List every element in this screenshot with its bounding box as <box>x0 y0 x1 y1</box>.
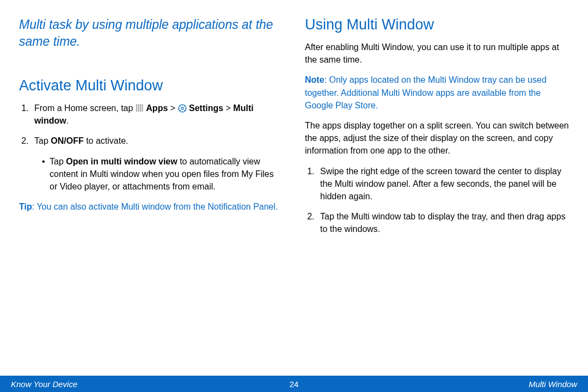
using-para2: The apps display together on a split scr… <box>305 119 569 157</box>
svg-point-9 <box>138 108 139 110</box>
using-para1: After enabling Multi Window, you can use… <box>305 41 569 66</box>
step2-post: to activate. <box>84 136 128 145</box>
onoff-label: ON/OFF <box>51 136 83 145</box>
footer-page-number: 24 <box>290 379 299 389</box>
note-text: : Only apps located on the Multi Window … <box>305 75 547 109</box>
gt1: > <box>168 103 177 113</box>
step2-bullets: Tap Open in multi window view to automat… <box>34 155 283 193</box>
svg-point-15 <box>142 110 143 112</box>
svg-point-4 <box>136 106 138 108</box>
activate-steps: From a Home screen, tap Apps > Settings … <box>19 102 283 193</box>
svg-point-0 <box>136 105 138 106</box>
settings-gear-icon <box>178 103 187 112</box>
svg-point-17 <box>181 107 183 109</box>
using-step-1: Swipe the right edge of the screen towar… <box>317 165 569 203</box>
note-block: Note: Only apps located on the Multi Win… <box>305 74 569 112</box>
svg-line-23 <box>184 111 185 112</box>
using-step-2: Tap the Multi window tab to display the … <box>317 210 569 235</box>
svg-point-5 <box>138 106 139 108</box>
gt2: > <box>223 103 233 113</box>
tip-block: Tip: You can also activate Multi window … <box>19 200 283 213</box>
using-steps: Swipe the right edge of the screen towar… <box>305 165 569 236</box>
heading-using: Using Multi Window <box>305 16 569 33</box>
heading-activate: Activate Multi Window <box>19 77 283 94</box>
bullet-bold: Open in multi window view <box>66 157 177 166</box>
step-2: Tap ON/OFF to activate. Tap Open in mult… <box>31 134 283 193</box>
apps-label: Apps <box>146 103 168 113</box>
svg-point-10 <box>140 108 142 110</box>
footer-right: Multi Window <box>529 379 577 389</box>
svg-line-24 <box>180 111 181 112</box>
svg-line-25 <box>184 106 185 107</box>
page-content: Multi task by using multiple application… <box>0 0 588 392</box>
svg-point-14 <box>140 110 142 112</box>
svg-point-8 <box>136 108 138 110</box>
svg-point-13 <box>138 110 139 112</box>
step2-pre: Tap <box>34 136 51 145</box>
svg-point-7 <box>142 106 143 108</box>
svg-point-1 <box>138 105 139 106</box>
intro-text: Multi task by using multiple application… <box>19 16 283 50</box>
tip-label: Tip <box>19 202 32 211</box>
footer-left: Know Your Device <box>11 379 77 389</box>
svg-point-2 <box>140 105 142 106</box>
svg-point-6 <box>140 106 142 108</box>
svg-point-3 <box>142 105 143 106</box>
svg-point-11 <box>142 108 143 110</box>
note-label: Note <box>305 75 324 84</box>
step1-end: . <box>66 116 69 125</box>
svg-line-22 <box>180 106 181 107</box>
bullet-open-multi: Tap Open in multi window view to automat… <box>42 155 283 193</box>
bullet-pre: Tap <box>50 157 66 166</box>
page-footer: Know Your Device 24 Multi Window <box>0 376 588 392</box>
step-1: From a Home screen, tap Apps > Settings … <box>31 102 283 127</box>
left-column: Multi task by using multiple application… <box>19 16 283 359</box>
right-column: Using Multi Window After enabling Multi … <box>305 16 569 359</box>
tip-text: : You can also activate Multi window fro… <box>32 202 278 211</box>
svg-point-12 <box>136 110 138 112</box>
apps-grid-icon <box>136 103 144 111</box>
settings-label: Settings <box>189 103 223 113</box>
step1-pre: From a Home screen, tap <box>34 103 136 113</box>
